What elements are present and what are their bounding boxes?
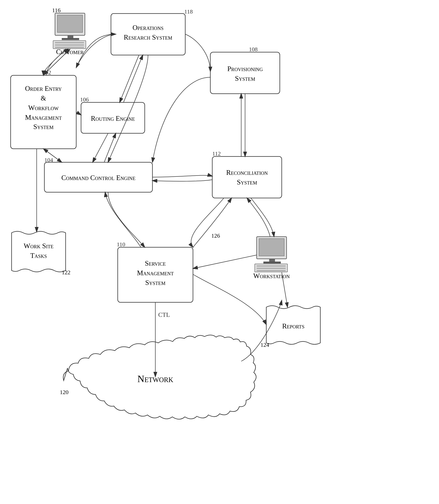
- svg-rect-34: [68, 35, 73, 38]
- svg-rect-19: [210, 52, 280, 94]
- svg-text:Research System: Research System: [124, 33, 172, 41]
- svg-text:106: 106: [80, 96, 89, 103]
- svg-rect-45: [263, 261, 281, 263]
- svg-text:116: 116: [52, 7, 61, 13]
- svg-rect-37: [55, 42, 84, 43]
- diagram-container: Order Entry & Workflow Management System…: [0, 0, 439, 504]
- svg-text:System: System: [145, 279, 166, 286]
- svg-text:118: 118: [184, 8, 193, 15]
- svg-text:Management: Management: [137, 269, 174, 277]
- svg-rect-23: [212, 156, 282, 198]
- svg-text:Work Site: Work Site: [24, 242, 54, 250]
- svg-text:Command Control Engine: Command Control Engine: [61, 174, 135, 181]
- svg-rect-43: [259, 239, 284, 256]
- svg-rect-48: [257, 268, 286, 269]
- svg-rect-44: [269, 259, 275, 261]
- svg-text:Workflow: Workflow: [28, 104, 59, 112]
- svg-rect-35: [62, 38, 79, 40]
- svg-text:Management: Management: [25, 114, 62, 121]
- svg-text:Order Entry: Order Entry: [25, 85, 62, 92]
- svg-rect-38: [55, 44, 84, 46]
- svg-text:Service: Service: [145, 259, 166, 267]
- svg-rect-47: [257, 265, 286, 267]
- svg-text:Reports: Reports: [282, 322, 305, 330]
- svg-text:112: 112: [212, 150, 221, 157]
- svg-text:120: 120: [60, 389, 69, 395]
- svg-text:110: 110: [117, 241, 125, 247]
- svg-text:124: 124: [260, 342, 269, 348]
- svg-text:Provisioning: Provisioning: [227, 65, 263, 73]
- svg-text:Workstation: Workstation: [253, 272, 290, 280]
- svg-text:Reconciliation: Reconciliation: [226, 169, 268, 176]
- diagram-svg: Order Entry & Workflow Management System…: [0, 0, 439, 504]
- svg-text:122: 122: [62, 269, 71, 275]
- svg-text:System: System: [33, 123, 54, 130]
- svg-rect-49: [257, 270, 286, 271]
- svg-text:CTL: CTL: [158, 311, 170, 318]
- svg-text:System: System: [235, 75, 255, 82]
- svg-text:126: 126: [211, 233, 220, 239]
- svg-text:104: 104: [44, 157, 53, 163]
- svg-text:108: 108: [249, 46, 258, 52]
- svg-text:System: System: [237, 178, 257, 186]
- svg-rect-33: [57, 15, 83, 32]
- svg-text:Tasks: Tasks: [30, 252, 47, 259]
- svg-text:Operations: Operations: [133, 24, 164, 31]
- svg-text:&: &: [41, 94, 46, 102]
